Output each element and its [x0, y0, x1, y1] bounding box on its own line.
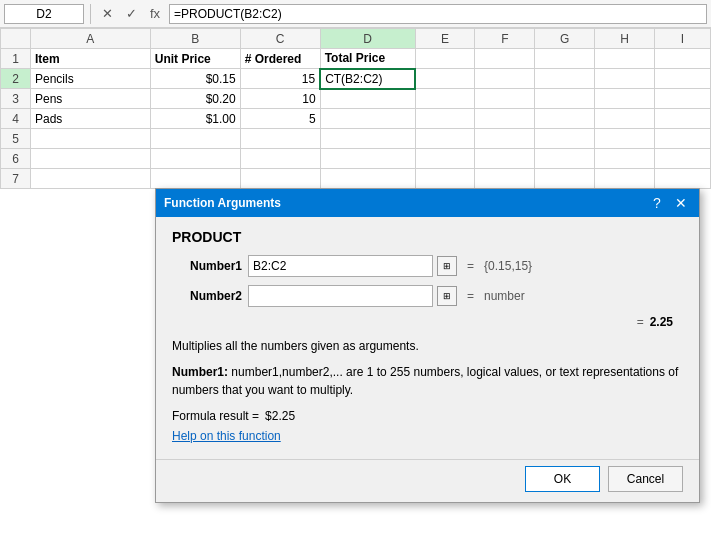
number1-collapse-button[interactable]: ⊞ [437, 256, 457, 276]
cell-c1[interactable]: # Ordered [240, 49, 320, 69]
row-num-6: 6 [1, 149, 31, 169]
cell-a5[interactable] [30, 129, 150, 149]
row-num-7: 7 [1, 169, 31, 189]
col-header-e[interactable]: E [415, 29, 475, 49]
number1-input-container: ⊞ [248, 255, 457, 277]
table-row: 2 Pencils $0.15 15 CT(B2:C2) [1, 69, 711, 89]
titlebar-actions: ? ✕ [647, 193, 691, 213]
number1-desc-label: Number1: [172, 365, 228, 379]
help-link[interactable]: Help on this function [172, 429, 281, 443]
confirm-formula-button[interactable]: ✓ [121, 4, 141, 24]
row-num-5: 5 [1, 129, 31, 149]
function-description: Multiplies all the numbers given as argu… [172, 337, 683, 355]
spreadsheet-grid: A B C D E F G H I 1 Item Unit Price # O [0, 28, 711, 189]
col-header-b[interactable]: B [150, 29, 240, 49]
cell-a3[interactable]: Pens [30, 89, 150, 109]
number1-description: Number1: number1,number2,... are 1 to 25… [172, 363, 683, 399]
number2-equals-sign: = [467, 289, 474, 303]
cell-g2[interactable] [535, 69, 595, 89]
col-header-g[interactable]: G [535, 29, 595, 49]
cell-d4[interactable] [320, 109, 415, 129]
cell-f3[interactable] [475, 89, 535, 109]
cell-d3[interactable] [320, 89, 415, 109]
cell-c2[interactable]: 15 [240, 69, 320, 89]
dialog-help-button[interactable]: ? [647, 193, 667, 213]
table-row: 1 Item Unit Price # Ordered Total Price [1, 49, 711, 69]
formula-bar-divider [90, 4, 91, 24]
formula-result-value: $2.25 [265, 409, 295, 423]
cell-ref-input[interactable] [4, 4, 84, 24]
cell-i4[interactable] [655, 109, 711, 129]
number2-label: Number2 [172, 289, 242, 303]
cell-i3[interactable] [655, 89, 711, 109]
table-row: 5 [1, 129, 711, 149]
cell-i2[interactable] [655, 69, 711, 89]
cell-i1[interactable] [655, 49, 711, 69]
corner-header [1, 29, 31, 49]
fx-button[interactable]: fx [145, 4, 165, 24]
cell-h1[interactable] [595, 49, 655, 69]
cell-b4[interactable]: $1.00 [150, 109, 240, 129]
cell-g3[interactable] [535, 89, 595, 109]
cell-e1[interactable] [415, 49, 475, 69]
cell-d2[interactable]: CT(B2:C2) [320, 69, 415, 89]
cell-a1[interactable]: Item [30, 49, 150, 69]
number1-desc-text: number1,number2,... are 1 to 255 numbers… [172, 365, 678, 397]
cell-a4[interactable]: Pads [30, 109, 150, 129]
number2-result-value: number [484, 289, 525, 303]
number2-input-container: ⊞ [248, 285, 457, 307]
cell-e2[interactable] [415, 69, 475, 89]
col-header-d[interactable]: D [320, 29, 415, 49]
col-header-a[interactable]: A [30, 29, 150, 49]
number2-collapse-button[interactable]: ⊞ [437, 286, 457, 306]
number1-input[interactable] [248, 255, 433, 277]
result-row: = 2.25 [172, 315, 683, 329]
cell-e4[interactable] [415, 109, 475, 129]
formula-result-row: Formula result = $2.25 [172, 409, 683, 423]
cell-b1[interactable]: Unit Price [150, 49, 240, 69]
dialog-titlebar: Function Arguments ? ✕ [156, 189, 699, 217]
collapse-icon: ⊞ [443, 261, 451, 271]
result-value: 2.25 [650, 315, 673, 329]
number1-result-value: {0.15,15} [484, 259, 532, 273]
cell-d1[interactable]: Total Price [320, 49, 415, 69]
cell-g1[interactable] [535, 49, 595, 69]
cell-c4[interactable]: 5 [240, 109, 320, 129]
footer-buttons: OK Cancel [525, 466, 683, 492]
col-header-c[interactable]: C [240, 29, 320, 49]
cell-f1[interactable] [475, 49, 535, 69]
cell-a2[interactable]: Pencils [30, 69, 150, 89]
number2-input[interactable] [248, 285, 433, 307]
col-header-h[interactable]: H [595, 29, 655, 49]
number2-row: Number2 ⊞ = number [172, 285, 683, 307]
cell-e3[interactable] [415, 89, 475, 109]
cell-g4[interactable] [535, 109, 595, 129]
formula-bar: ✕ ✓ fx [0, 0, 711, 28]
cell-c3[interactable]: 10 [240, 89, 320, 109]
ok-button[interactable]: OK [525, 466, 600, 492]
formula-input[interactable] [169, 4, 707, 24]
cell-h4[interactable] [595, 109, 655, 129]
cancel-button[interactable]: Cancel [608, 466, 683, 492]
cell-b2[interactable]: $0.15 [150, 69, 240, 89]
cell-b3[interactable]: $0.20 [150, 89, 240, 109]
cell-f4[interactable] [475, 109, 535, 129]
formula-result-label: Formula result = [172, 409, 259, 423]
cell-h2[interactable] [595, 69, 655, 89]
col-header-i[interactable]: I [655, 29, 711, 49]
result-equals-sign: = [637, 315, 644, 329]
col-header-f[interactable]: F [475, 29, 535, 49]
function-name-label: PRODUCT [172, 229, 683, 245]
cell-h3[interactable] [595, 89, 655, 109]
number1-equals-sign: = [467, 259, 474, 273]
table-row: 4 Pads $1.00 5 [1, 109, 711, 129]
cancel-formula-button[interactable]: ✕ [97, 4, 117, 24]
dialog-close-button[interactable]: ✕ [671, 193, 691, 213]
function-arguments-dialog: Function Arguments ? ✕ PRODUCT Number1 ⊞… [155, 188, 700, 503]
row-num-1: 1 [1, 49, 31, 69]
table-row: 3 Pens $0.20 10 [1, 89, 711, 109]
cell-f2[interactable] [475, 69, 535, 89]
table-row: 7 [1, 169, 711, 189]
row-num-4: 4 [1, 109, 31, 129]
number1-row: Number1 ⊞ = {0.15,15} [172, 255, 683, 277]
